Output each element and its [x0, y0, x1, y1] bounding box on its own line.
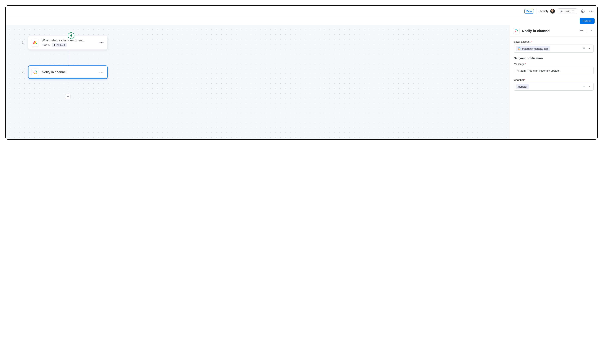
field-label: Channel*	[514, 78, 593, 81]
sidepanel-header: Notify in channel •••	[510, 25, 597, 37]
gear-icon	[581, 10, 585, 13]
slack-account-select[interactable]: maornk@monday.com	[514, 44, 593, 53]
close-icon	[583, 85, 585, 88]
section-heading: Set your notification	[514, 56, 593, 60]
close-icon	[590, 29, 593, 32]
step-number: 2	[22, 70, 24, 74]
workflow-canvas[interactable]: 1 When status changes to so… Status:	[6, 25, 510, 139]
topbar: Beta Activity Invite / 1 •••	[6, 6, 597, 17]
sidepanel: Notify in channel ••• Slack account*	[510, 25, 597, 139]
svg-point-5	[561, 10, 562, 11]
status-value: Critical	[57, 44, 65, 46]
card-more-button[interactable]: •••	[99, 40, 104, 45]
channel-select[interactable]: monday	[514, 83, 593, 90]
more-icon: •••	[589, 9, 594, 13]
slack-icon	[513, 28, 520, 34]
card-subtitle-label: Status:	[42, 44, 50, 47]
message-input[interactable]	[514, 67, 593, 74]
step-number: 1	[22, 41, 24, 44]
connector-add	[28, 79, 108, 96]
chip-label: monday	[518, 85, 527, 88]
status-dot-icon	[54, 44, 55, 46]
clear-button[interactable]	[582, 47, 586, 50]
activity-button[interactable]: Activity	[540, 9, 555, 14]
invite-button[interactable]: Invite / 1	[558, 8, 577, 14]
connector	[28, 50, 108, 66]
beta-badge: Beta	[524, 9, 533, 13]
slack-icon	[518, 47, 521, 50]
field-message: Message*	[514, 63, 593, 74]
avatar	[550, 9, 555, 14]
invite-icon	[560, 10, 563, 13]
sidepanel-title: Notify in channel	[522, 29, 576, 33]
publish-button[interactable]: Publish	[580, 18, 595, 24]
sidepanel-more-button[interactable]: •••	[579, 28, 584, 33]
body: 1 When status changes to so… Status:	[6, 25, 597, 139]
chip-label: maornk@monday.com	[522, 47, 548, 50]
app-window: Beta Activity Invite / 1 •••	[5, 5, 598, 140]
expand-button[interactable]	[587, 47, 591, 50]
close-icon	[583, 47, 585, 49]
sidepanel-body: Slack account* maornk@monday.com	[510, 37, 597, 98]
monday-icon	[31, 39, 39, 47]
sidepanel-close-button[interactable]	[589, 28, 594, 33]
chevron-down-icon	[588, 85, 591, 88]
field-label: Slack account*	[514, 40, 593, 43]
actionbar: Publish	[6, 17, 597, 25]
svg-point-6	[582, 11, 583, 11]
clear-button[interactable]	[582, 85, 586, 88]
card-more-button[interactable]: •••	[99, 70, 104, 75]
field-slack-account: Slack account* maornk@monday.com	[514, 40, 593, 53]
select-chip: maornk@monday.com	[516, 46, 550, 51]
divider	[587, 29, 587, 33]
invite-label: Invite / 1	[565, 10, 575, 13]
add-step-button[interactable]	[65, 94, 70, 99]
bolt-hex-icon	[68, 32, 75, 39]
field-channel: Channel* monday	[514, 78, 593, 90]
card-title: Notify in channel	[42, 70, 96, 74]
chevron-down-icon	[588, 47, 591, 50]
activity-label: Activity	[540, 10, 548, 13]
workflow-step: 2 Notify in channel •••	[22, 66, 108, 79]
workflow-step: 1 When status changes to so… Status:	[22, 36, 108, 50]
field-label: Message*	[514, 63, 593, 66]
action-card[interactable]: Notify in channel •••	[28, 66, 108, 79]
more-button[interactable]: •••	[589, 8, 595, 14]
plus-icon	[66, 95, 69, 98]
trigger-badge	[68, 32, 75, 40]
status-chip: Critical	[52, 43, 67, 47]
settings-button[interactable]	[580, 8, 586, 14]
select-chip: monday	[516, 84, 529, 89]
expand-button[interactable]	[587, 85, 591, 88]
slack-icon	[31, 68, 39, 76]
